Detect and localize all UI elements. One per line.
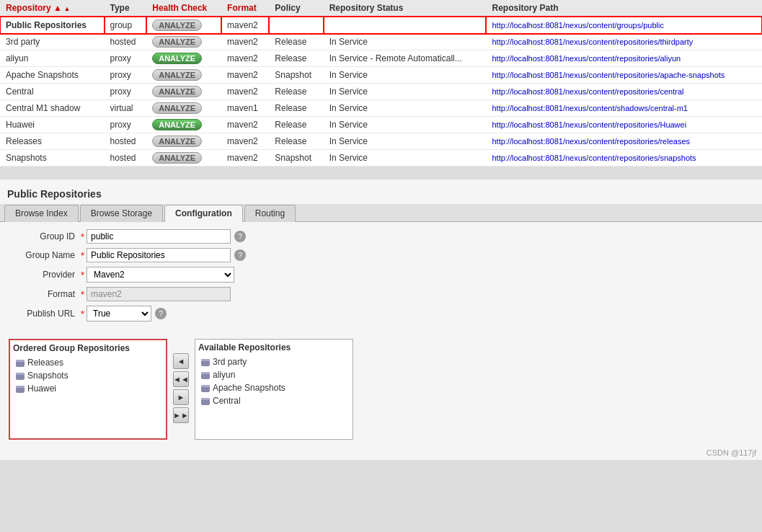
analyze-btn[interactable]: ANALYZE [152, 102, 202, 114]
tab-configuration[interactable]: Configuration [164, 205, 243, 222]
move-all-right-btn[interactable]: ►► [173, 407, 189, 423]
cell-format: maven2 [221, 34, 269, 50]
cell-format: maven2 [221, 133, 269, 150]
col-status[interactable]: Repository Status [324, 0, 487, 17]
repo-item-label: Snapshots [27, 371, 68, 381]
col-healthcheck[interactable]: Health Check [146, 0, 221, 17]
table-row[interactable]: 3rd partyhostedANALYZEmaven2ReleaseIn Se… [0, 34, 762, 50]
db-icon [16, 373, 25, 380]
publish-url-select[interactable]: True False [87, 306, 151, 322]
cell-path[interactable]: http://localhost:8081/nexus/content/repo… [486, 34, 762, 50]
table-row[interactable]: aliyunproxyANALYZEmaven2ReleaseIn Servic… [0, 50, 762, 67]
tab-browse-index[interactable]: Browse Index [4, 205, 79, 222]
group-id-label: Group ID [9, 231, 81, 241]
format-label: Format [9, 289, 81, 299]
cell-policy: Release [269, 50, 323, 67]
cell-status: In Service [324, 67, 487, 84]
analyze-btn[interactable]: ANALYZE [152, 86, 202, 97]
publish-url-help-icon[interactable]: ? [155, 308, 167, 319]
cell-healthcheck: ANALYZE [146, 150, 221, 167]
cell-status: In Service [324, 100, 487, 117]
table-row[interactable]: SnapshotshostedANALYZEmaven2SnapshotIn S… [0, 150, 762, 167]
ordered-repo-item[interactable]: Releases [13, 356, 163, 369]
ordered-repo-item[interactable]: Huawei [13, 382, 163, 395]
repo-selector: Ordered Group Repositories ReleasesSnaps… [0, 333, 762, 445]
cell-name: Central [0, 84, 105, 100]
table-row[interactable]: Central M1 shadowvirtualANALYZEmaven1Rel… [0, 100, 762, 117]
cell-type: hosted [105, 34, 147, 50]
cell-policy [269, 17, 323, 34]
cell-type: virtual [105, 100, 147, 117]
cell-policy: Release [269, 117, 323, 133]
cell-name: 3rd party [0, 34, 105, 50]
move-right-btn[interactable]: ► [173, 389, 189, 405]
analyze-btn[interactable]: ANALYZE [152, 19, 202, 31]
tab-browse-storage[interactable]: Browse Storage [80, 205, 163, 222]
ordered-repo-item[interactable]: Snapshots [13, 369, 163, 382]
tab-bar: Browse IndexBrowse StorageConfigurationR… [0, 204, 762, 222]
ordered-title: Ordered Group Repositories [13, 343, 163, 353]
cell-healthcheck: ANALYZE [146, 17, 221, 34]
cell-healthcheck: ANALYZE [146, 133, 221, 150]
available-repo-item[interactable]: Apache Snapshots [198, 381, 350, 394]
cell-path[interactable]: http://localhost:8081/nexus/content/repo… [486, 67, 762, 84]
table-row[interactable]: HuaweiproxyANALYZEmaven2ReleaseIn Servic… [0, 117, 762, 133]
available-repo-item[interactable]: Central [198, 394, 350, 407]
table-row[interactable]: CentralproxyANALYZEmaven2ReleaseIn Servi… [0, 84, 762, 100]
analyze-btn[interactable]: ANALYZE [152, 53, 202, 64]
analyze-btn[interactable]: ANALYZE [152, 69, 202, 81]
move-left-btn[interactable]: ◄ [173, 353, 189, 369]
ordered-repos-box: Ordered Group Repositories ReleasesSnaps… [9, 339, 167, 440]
table-row[interactable]: Apache SnapshotsproxyANALYZEmaven2Snapsh… [0, 67, 762, 84]
analyze-btn[interactable]: ANALYZE [152, 136, 202, 147]
cell-format: maven2 [221, 117, 269, 133]
format-row: Format * [9, 287, 753, 301]
cell-policy: Release [269, 133, 323, 150]
table-row[interactable]: ReleaseshostedANALYZEmaven2ReleaseIn Ser… [0, 133, 762, 150]
table-row[interactable]: Public RepositoriesgroupANALYZEmaven2htt… [0, 17, 762, 34]
available-repos-box: Available Repositories 3rd partyaliyunAp… [195, 339, 353, 440]
group-name-label: Group Name [9, 250, 81, 260]
analyze-btn[interactable]: ANALYZE [152, 152, 202, 164]
available-repo-item[interactable]: aliyun [198, 368, 350, 381]
cell-status [324, 17, 487, 34]
repo-item-label: Central [213, 396, 241, 406]
cell-format: maven2 [221, 84, 269, 100]
available-repo-item[interactable]: 3rd party [198, 355, 350, 368]
tab-routing[interactable]: Routing [244, 205, 296, 222]
required-star-5: * [81, 309, 84, 319]
repo-item-label: Apache Snapshots [213, 383, 285, 393]
group-id-input[interactable] [87, 229, 231, 244]
cell-type: hosted [105, 150, 147, 167]
cell-name: Public Repositories [0, 17, 105, 34]
cell-name: Apache Snapshots [0, 67, 105, 84]
section-divider [0, 167, 762, 179]
cell-format: maven2 [221, 50, 269, 67]
col-format[interactable]: Format [221, 0, 269, 17]
cell-healthcheck: ANALYZE [146, 50, 221, 67]
cell-path[interactable]: http://localhost:8081/nexus/content/repo… [486, 117, 762, 133]
cell-path[interactable]: http://localhost:8081/nexus/content/repo… [486, 133, 762, 150]
group-id-help-icon[interactable]: ? [234, 231, 246, 242]
col-type[interactable]: Type [105, 0, 147, 17]
cell-format: maven2 [221, 17, 269, 34]
col-repository[interactable]: Repository ▲ [0, 0, 105, 17]
group-name-help-icon[interactable]: ? [234, 249, 246, 261]
provider-select[interactable]: Maven2 [87, 267, 234, 283]
repo-item-label: Releases [27, 358, 63, 368]
analyze-btn[interactable]: ANALYZE [152, 119, 202, 130]
cell-type: proxy [105, 117, 147, 133]
repo-item-label: 3rd party [213, 357, 247, 367]
cell-path[interactable]: http://localhost:8081/nexus/content/repo… [486, 84, 762, 100]
cell-path[interactable]: http://localhost:8081/nexus/content/repo… [486, 150, 762, 167]
analyze-btn[interactable]: ANALYZE [152, 36, 202, 48]
cell-format: maven1 [221, 100, 269, 117]
group-name-input[interactable] [87, 248, 231, 262]
move-all-left-btn[interactable]: ◄◄ [173, 371, 189, 387]
cell-path[interactable]: http://localhost:8081/nexus/content/grou… [486, 17, 762, 34]
col-policy[interactable]: Policy [269, 0, 323, 17]
cell-path[interactable]: http://localhost:8081/nexus/content/repo… [486, 50, 762, 67]
cell-path[interactable]: http://localhost:8081/nexus/content/shad… [486, 100, 762, 117]
publish-url-label: Publish URL [9, 309, 81, 319]
col-path[interactable]: Repository Path [486, 0, 762, 17]
